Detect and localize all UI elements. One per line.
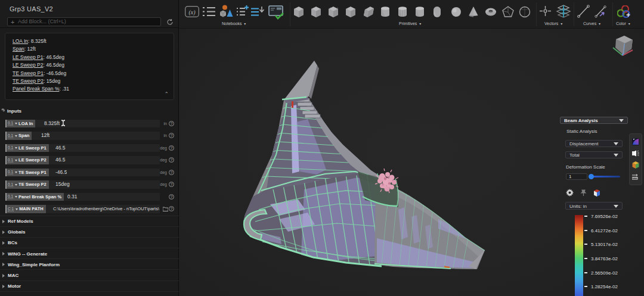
svg-text:(x): (x) — [188, 9, 196, 16]
